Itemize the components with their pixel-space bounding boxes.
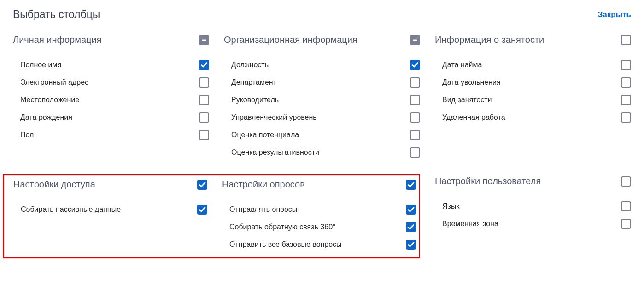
item-checkbox-personal-1[interactable] — [199, 77, 209, 88]
section-header: Настройки доступа — [13, 179, 207, 190]
item-row: Оценка результативности — [224, 144, 420, 161]
section-title: Личная информация — [13, 35, 102, 45]
section-checkbox-employment[interactable] — [621, 35, 631, 45]
item-label: Местоположение — [20, 96, 79, 104]
item-label: Вид занятости — [442, 96, 492, 104]
item-row: Собирать обратную связь 360° — [222, 218, 416, 236]
item-row: Местоположение — [13, 91, 209, 109]
section-items: Дата наймаДата увольненияВид занятостиУд… — [435, 56, 631, 126]
item-checkbox-employment-0[interactable] — [621, 60, 631, 70]
item-row: Департамент — [224, 74, 420, 91]
section-items: ДолжностьДепартаментРуководительУправлен… — [224, 56, 420, 161]
svg-rect-0 — [202, 39, 206, 41]
section-title: Настройки пользователя — [435, 176, 541, 187]
item-checkbox-user-0[interactable] — [621, 201, 631, 211]
section-checkbox-personal[interactable] — [199, 35, 209, 45]
item-row: Управленческий уровень — [224, 109, 420, 126]
columns-grid: Личная информацияПолное имяЭлектронный а… — [13, 35, 631, 258]
item-label: Отправлять опросы — [229, 205, 297, 214]
item-row: Руководитель — [224, 91, 420, 109]
item-label: Собирать пассивные данные — [21, 205, 121, 214]
item-label: Управленческий уровень — [231, 113, 317, 122]
section-header: Организационная информация — [224, 35, 420, 45]
item-label: Временная зона — [442, 220, 498, 228]
item-label: Отправить все базовые вопросы — [229, 240, 342, 249]
item-row: Язык — [435, 198, 631, 215]
item-checkbox-org-2[interactable] — [410, 95, 420, 105]
item-row: Временная зона — [435, 215, 631, 233]
item-checkbox-org-3[interactable] — [410, 112, 420, 123]
item-label: Удаленная работа — [442, 113, 505, 122]
section-checkbox-org[interactable] — [410, 35, 420, 45]
item-checkbox-surveys-2[interactable] — [406, 240, 416, 250]
item-row: Отправлять опросы — [222, 201, 416, 218]
section-org: Организационная информацияДолжностьДепар… — [224, 35, 420, 161]
item-row: Собирать пассивные данные — [13, 201, 207, 218]
item-label: Дата найма — [442, 61, 482, 69]
section-title: Информация о занятости — [435, 35, 544, 45]
section-checkbox-surveys[interactable] — [406, 180, 416, 190]
item-row: Оценка потенциала — [224, 126, 420, 144]
section-employment: Информация о занятостиДата наймаДата уво… — [435, 35, 631, 161]
item-label: Департамент — [231, 78, 276, 87]
item-label: Руководитель — [231, 96, 279, 104]
item-checkbox-org-5[interactable] — [410, 147, 420, 158]
item-checkbox-personal-3[interactable] — [199, 112, 209, 123]
item-checkbox-personal-4[interactable] — [199, 130, 209, 140]
item-label: Дата увольнения — [442, 78, 501, 87]
item-row: Дата рождения — [13, 109, 209, 126]
section-checkbox-access[interactable] — [197, 180, 207, 190]
item-checkbox-org-0[interactable] — [410, 60, 420, 70]
item-label: Дата рождения — [20, 113, 72, 122]
item-checkbox-employment-1[interactable] — [621, 77, 631, 88]
item-checkbox-surveys-1[interactable] — [406, 222, 416, 232]
dialog-header: Выбрать столбцы Закрыть — [13, 8, 631, 21]
item-row: Полное имя — [13, 56, 209, 74]
item-row: Должность — [224, 56, 420, 74]
item-checkbox-surveys-0[interactable] — [406, 205, 416, 215]
item-label: Пол — [20, 131, 34, 139]
item-checkbox-access-0[interactable] — [197, 205, 207, 215]
item-row: Пол — [13, 126, 209, 144]
item-label: Полное имя — [20, 61, 61, 69]
item-label: Оценка результативности — [231, 148, 319, 157]
item-label: Должность — [231, 61, 269, 69]
item-checkbox-user-1[interactable] — [621, 219, 631, 229]
section-title: Организационная информация — [224, 35, 357, 45]
item-checkbox-org-4[interactable] — [410, 130, 420, 140]
section-personal: Личная информацияПолное имяЭлектронный а… — [13, 35, 209, 161]
item-row: Дата увольнения — [435, 74, 631, 91]
section-items: ЯзыкВременная зона — [435, 198, 631, 233]
item-label: Оценка потенциала — [231, 131, 299, 139]
item-checkbox-employment-2[interactable] — [621, 95, 631, 105]
item-label: Электронный адрес — [20, 78, 88, 87]
item-row: Электронный адрес — [13, 74, 209, 91]
dialog-title: Выбрать столбцы — [13, 8, 100, 21]
section-access: Настройки доступаСобирать пассивные данн… — [13, 179, 207, 253]
section-header: Настройки опросов — [222, 179, 416, 190]
section-title: Настройки доступа — [13, 179, 95, 190]
item-row: Отправить все базовые вопросы — [222, 236, 416, 253]
item-checkbox-personal-0[interactable] — [199, 60, 209, 70]
section-items: Собирать пассивные данные — [13, 201, 207, 218]
item-row: Дата найма — [435, 56, 631, 74]
section-header: Настройки пользователя — [435, 176, 631, 187]
section-items: Отправлять опросыСобирать обратную связь… — [222, 201, 416, 253]
section-items: Полное имяЭлектронный адресМестоположени… — [13, 56, 209, 144]
section-user: Настройки пользователяЯзыкВременная зона — [435, 176, 631, 258]
item-checkbox-personal-2[interactable] — [199, 95, 209, 105]
section-header: Личная информация — [13, 35, 209, 45]
section-surveys: Настройки опросовОтправлять опросыСобира… — [222, 179, 416, 253]
item-row: Удаленная работа — [435, 109, 631, 126]
item-checkbox-employment-3[interactable] — [621, 112, 631, 123]
item-checkbox-org-1[interactable] — [410, 77, 420, 88]
svg-rect-1 — [413, 39, 417, 41]
highlight-box: Настройки доступаСобирать пассивные данн… — [3, 174, 420, 258]
item-row: Вид занятости — [435, 91, 631, 109]
close-button[interactable]: Закрыть — [598, 10, 631, 19]
section-header: Информация о занятости — [435, 35, 631, 45]
section-checkbox-user[interactable] — [621, 176, 631, 187]
item-label: Собирать обратную связь 360° — [229, 223, 335, 231]
item-label: Язык — [442, 202, 459, 210]
section-title: Настройки опросов — [222, 179, 305, 190]
